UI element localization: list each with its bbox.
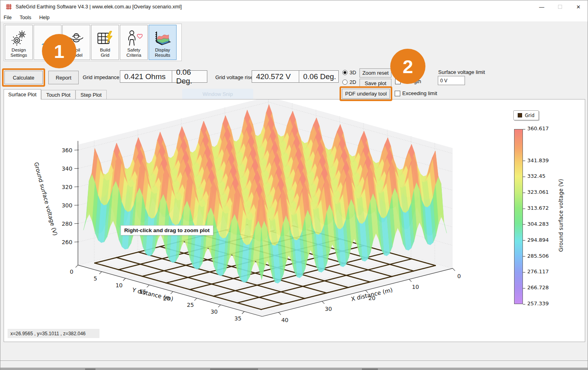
menu-file[interactable]: File <box>0 15 16 20</box>
grid-legend-swatch <box>518 113 522 117</box>
colorbar-tick-label: 332.45 <box>527 173 546 179</box>
y-tick-label: 35 <box>234 315 242 322</box>
pdf-underlay-highlight-ring <box>340 86 392 101</box>
callout-badge-2: 2 <box>390 49 425 84</box>
grid-voltage-rise-label: Grid voltage rise <box>215 74 253 80</box>
grid-voltage-rise-angle: 0.06 Deg. <box>299 70 339 83</box>
maximize-icon <box>558 5 562 9</box>
surface-chart-icon <box>153 29 172 48</box>
x-tick-label: 0 <box>457 273 461 279</box>
callout-badge-1: 1 <box>42 34 76 68</box>
z-tick-label: 300 <box>62 202 72 209</box>
tab-touch-plot[interactable]: Touch Plot <box>41 90 75 99</box>
taskbar-edge-mark <box>362 368 378 370</box>
close-button[interactable]: ✕ <box>569 0 588 13</box>
y-tick-label: 25 <box>187 302 194 308</box>
taskbar-edge-mark <box>85 368 95 370</box>
zoom-tooltip: Right-click and drag to zoom plot <box>121 225 213 235</box>
zoom-reset-button[interactable]: Zoom reset <box>360 68 391 78</box>
title-bar: SafeGrid Earthing Software V4.3 | www.el… <box>0 0 588 13</box>
y-tick-label: 0 <box>70 269 74 275</box>
grid-lightning-icon <box>96 29 114 48</box>
z-tick-label: 320 <box>62 184 72 190</box>
z-tick-label: 340 <box>62 165 72 172</box>
grid-voltage-rise-value: 420.572 V <box>252 70 299 83</box>
radio-2d-circle[interactable] <box>342 80 348 85</box>
person-heart-icon <box>125 29 143 48</box>
colorbar <box>514 129 523 304</box>
colorbar-tick-label: 276.117 <box>527 269 549 275</box>
menu-help[interactable]: Help <box>35 15 54 20</box>
exceeding-limit-checkbox[interactable] <box>395 91 400 96</box>
surface-voltage-limit-label: Surface voltage limit <box>438 69 485 75</box>
cursor-coordinates-readout: x=26.9565 , y=35.1011 , z=382.046 <box>8 329 99 338</box>
toolbar: Design Settings <box>4 24 182 61</box>
tab-step-plot[interactable]: Step Plot <box>75 90 107 99</box>
gears-icon <box>11 29 26 48</box>
app-window: SafeGrid Earthing Software V4.3 | www.el… <box>0 0 588 370</box>
radio-3d-circle[interactable] <box>342 70 348 75</box>
x-tick-label: 10 <box>412 284 419 290</box>
colorbar-tick-label: 360.617 <box>527 125 549 131</box>
build-grid-button[interactable]: Build Grid <box>91 25 119 60</box>
z-tick-label: 260 <box>62 239 72 245</box>
grid-legend[interactable]: Grid <box>513 110 539 120</box>
display-results-button[interactable]: Display Results <box>149 25 177 60</box>
plot-panel: 2602803003203403600102030400510152025303… <box>4 99 585 342</box>
colorbar-tick-label: 313.672 <box>527 205 549 211</box>
minimize-button[interactable]: — <box>532 0 551 13</box>
y-tick-label: 30 <box>211 308 218 315</box>
grid-impedance-value: 0.421 Ohms <box>120 70 172 83</box>
window-title: SafeGrid Earthing Software V4.3 | www.el… <box>16 4 182 10</box>
surface-plot-3d[interactable]: 2602803003203403600102030400510152025303… <box>4 99 585 342</box>
z-axis-title: Ground surface voltage (V) <box>33 161 59 236</box>
window-snip-ghost: Window Snip <box>182 89 253 99</box>
x-tick-label: 30 <box>325 306 332 312</box>
colorbar-tick-label: 323.061 <box>527 189 549 195</box>
calculate-highlight-ring <box>2 68 45 87</box>
tab-surface-plot[interactable]: Surface Plot <box>4 89 41 99</box>
taskbar-edge-mark <box>210 368 258 370</box>
maximize-button[interactable] <box>551 0 569 13</box>
grid-impedance-angle: 0.06 Deg. <box>172 70 207 83</box>
colorbar-tick-label: 294.894 <box>527 237 549 243</box>
z-tick-label: 280 <box>62 221 72 227</box>
app-grid-icon <box>6 4 12 10</box>
z-tick-label: 360 <box>62 147 72 153</box>
radio-3d[interactable]: 3D <box>342 70 356 76</box>
radio-2d[interactable]: 2D <box>342 79 356 85</box>
surface-voltage-limit-input[interactable]: 0 V <box>438 76 465 85</box>
report-button[interactable]: Report <box>48 71 79 84</box>
exceeding-limit-checkbox-row[interactable]: Exceeding limit <box>395 90 437 96</box>
grid-impedance-label: Grid impedance <box>83 74 119 80</box>
colorbar-tick-label: 257.339 <box>527 300 549 306</box>
menu-tools[interactable]: Tools <box>16 15 35 20</box>
x-tick-label: 40 <box>281 317 288 323</box>
colorbar-tick-label: 304.283 <box>527 221 549 227</box>
colorbar-tick-label: 341.839 <box>527 157 549 163</box>
safety-criteria-button[interactable]: Safety Criteria <box>120 25 148 60</box>
y-tick-label: 10 <box>115 282 123 288</box>
menu-bar: File Tools Help <box>0 13 588 22</box>
colorbar-tick-label: 266.728 <box>527 284 549 290</box>
y-tick-label: 5 <box>93 275 97 282</box>
design-settings-button[interactable]: Design Settings <box>5 25 33 60</box>
colorbar-tick-label: 285.506 <box>527 253 549 259</box>
bottom-divider <box>0 360 588 362</box>
